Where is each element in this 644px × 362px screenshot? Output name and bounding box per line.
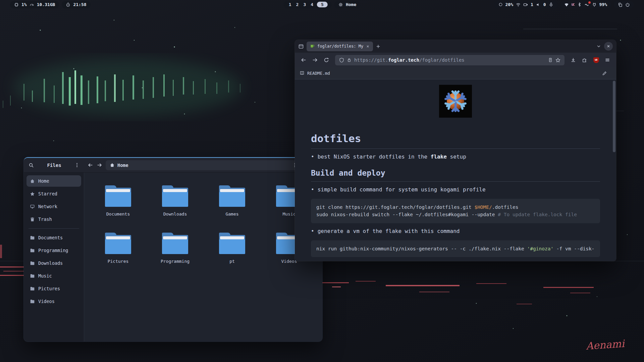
- topbar-center: 1 2 3 4 5 Home: [284, 1, 360, 8]
- tray-pill[interactable]: UC 99%: [560, 1, 611, 8]
- divider: [311, 148, 600, 149]
- topbar-right: 20% 1 0 UC: [494, 1, 634, 8]
- workspace-button-3[interactable]: 3: [302, 2, 307, 7]
- back-button[interactable]: [88, 162, 93, 168]
- gear-icon: [338, 2, 343, 7]
- volume-value: 0: [543, 2, 546, 7]
- reader-mode-icon[interactable]: [548, 58, 553, 62]
- tracking-shield-icon[interactable]: [339, 58, 344, 63]
- files-headerbar: Files Home: [24, 158, 322, 173]
- tab-foglar-dotfiles[interactable]: foglar/dotfiles: My: [307, 42, 373, 51]
- search-icon[interactable]: [29, 163, 34, 168]
- topbar-left: 1% 10.31GB 21:58: [10, 1, 91, 8]
- clock-pill[interactable]: 21:58: [62, 1, 90, 8]
- folder-label: Programming: [147, 259, 204, 264]
- sidebar-item-label: Network: [38, 204, 57, 209]
- power-icon[interactable]: [625, 2, 630, 7]
- window-close-button[interactable]: [604, 42, 613, 51]
- firefox-view-button[interactable]: [298, 44, 304, 49]
- folder-label: pt: [204, 259, 261, 264]
- gitea-favicon: [310, 44, 315, 49]
- folder-icon: [162, 233, 188, 254]
- system-stats-pill[interactable]: 1% 10.31GB: [10, 1, 59, 8]
- tab-close-button[interactable]: [366, 45, 370, 48]
- files-headerbar-main: Home: [84, 160, 322, 170]
- notification-dot: [588, 1, 591, 4]
- sidebar-item-label: Programming: [38, 248, 68, 253]
- home-icon: [30, 179, 35, 184]
- sidebar-item-programming[interactable]: Programming: [26, 245, 81, 256]
- lock-icon[interactable]: [347, 58, 352, 62]
- clipboard-icon[interactable]: [618, 2, 623, 7]
- sidebar-item-label: Starred: [38, 191, 57, 196]
- folder-label: Downloads: [147, 212, 204, 217]
- sidebar-item-label: Downloads: [38, 260, 63, 266]
- sidebar-item-pictures[interactable]: Pictures: [26, 283, 81, 294]
- readme-bullet: •simple build command for system using k…: [311, 186, 600, 193]
- folder-icon: [30, 286, 35, 291]
- browser-forward-button[interactable]: [310, 55, 320, 65]
- downloads-button[interactable]: [569, 55, 578, 65]
- folder-icon: [105, 233, 131, 254]
- hardware-pill[interactable]: 20% 1 0: [494, 1, 557, 8]
- sidebar-item-documents[interactable]: Documents: [26, 232, 81, 243]
- workspace-button-4[interactable]: 4: [310, 2, 314, 7]
- sidebar-item-home[interactable]: Home: [26, 175, 81, 187]
- keyboard-battery-icon: [523, 2, 528, 7]
- battery-value: 99%: [599, 2, 607, 7]
- path-bar[interactable]: Home: [106, 160, 301, 170]
- folder-icon: [30, 248, 35, 253]
- sidebar-item-videos[interactable]: Videos: [26, 296, 81, 307]
- code-block-vm: nix run github:nix-community/nixos-gener…: [311, 240, 600, 257]
- speaker-icon: [536, 2, 541, 7]
- sidebar-item-label: Pictures: [38, 286, 60, 291]
- sidebar-item-downloads[interactable]: Downloads: [26, 257, 81, 269]
- workspace-button-2[interactable]: 2: [295, 2, 300, 7]
- folder-item-programming[interactable]: Programming: [147, 233, 204, 264]
- sidebar-divider: [29, 228, 79, 229]
- folder-item-downloads[interactable]: Downloads: [147, 185, 204, 217]
- folder-item-pictures[interactable]: Pictures: [90, 233, 147, 264]
- new-tab-button[interactable]: [376, 44, 381, 49]
- home-icon: [110, 163, 115, 168]
- workspace-button-1[interactable]: 1: [288, 2, 292, 7]
- readme-body: dotfiles • best NixOS starter dotfiles i…: [295, 85, 616, 257]
- mode-pill[interactable]: Home: [334, 1, 360, 8]
- hamburger-menu-button[interactable]: [603, 55, 612, 65]
- forward-button[interactable]: [97, 162, 102, 168]
- sidebar-item-trash[interactable]: Trash: [26, 214, 81, 225]
- readme-filename: README.md: [307, 71, 330, 76]
- folder-icon: [219, 185, 245, 207]
- url-bar[interactable]: https://git.foglar.tech/foglar/dotfiles: [335, 55, 565, 65]
- folder-item-games[interactable]: Games: [204, 185, 261, 217]
- bookmark-star-icon[interactable]: [555, 58, 560, 63]
- extensions-puzzle-icon[interactable]: [580, 55, 589, 65]
- browser-back-button[interactable]: [299, 55, 308, 65]
- brightness-icon: [498, 2, 503, 7]
- sidebar-item-music[interactable]: Music: [26, 270, 81, 282]
- workspace-button-5[interactable]: 5: [317, 2, 328, 7]
- divider: [311, 181, 600, 182]
- app-menu-button[interactable]: [74, 163, 79, 168]
- folder-icon: [219, 233, 245, 254]
- star-icon: [30, 191, 35, 196]
- edit-pencil-icon[interactable]: [602, 71, 607, 76]
- files-sidebar: Home Starred Network Trash Documents P: [24, 173, 84, 342]
- folder-item-pt[interactable]: pt: [204, 233, 261, 264]
- tab-list-chevron-icon[interactable]: [596, 44, 601, 49]
- files-content: Documents Downloads Games Music Pictures: [84, 173, 322, 342]
- sidebar-item-starred[interactable]: Starred: [26, 188, 81, 199]
- scrollbar-thumb[interactable]: [613, 81, 615, 152]
- ublock-badge: UO: [593, 57, 599, 63]
- files-window: Files Home: [24, 157, 322, 342]
- ublock-origin-icon[interactable]: UO: [591, 55, 601, 65]
- sidebar-item-network[interactable]: Network: [26, 201, 81, 212]
- keyboard-battery-value: 1: [531, 2, 533, 7]
- folder-item-documents[interactable]: Documents: [90, 185, 147, 217]
- wave-applet-icon: [584, 2, 589, 7]
- readme-bullet: • best NixOS starter dotfiles in the fla…: [311, 154, 600, 160]
- folder-icon: [30, 261, 35, 266]
- scrollbar: [613, 81, 615, 259]
- reload-button[interactable]: [322, 55, 331, 65]
- cpu-icon: [14, 2, 19, 7]
